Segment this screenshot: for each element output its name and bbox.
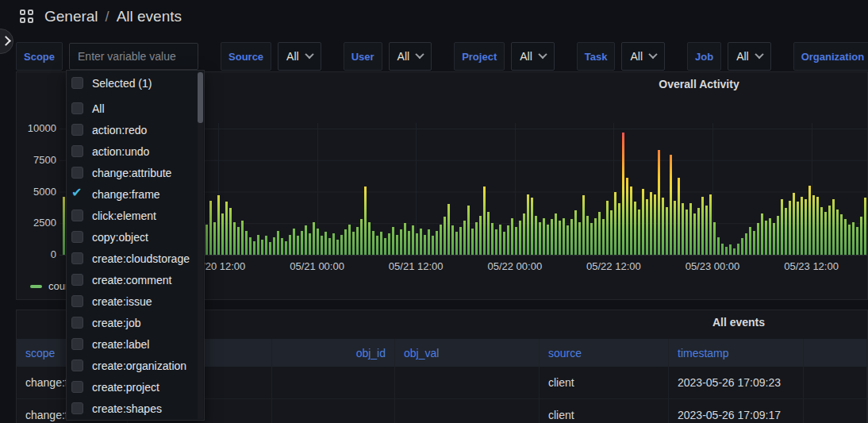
filter-value-task[interactable]: All: [621, 42, 665, 71]
svg-text:05/22 00:00: 05/22 00:00: [487, 260, 542, 272]
checkbox-icon: [71, 360, 83, 371]
filter-label-job: Job: [687, 42, 721, 71]
svg-text:05/23 12:00: 05/23 12:00: [784, 260, 839, 272]
dropdown-option-create-job[interactable]: create:job: [67, 312, 204, 333]
column-header-obj_id[interactable]: obj_id: [272, 339, 395, 367]
dropdown-option-click-element[interactable]: click:element: [67, 205, 204, 226]
dropdown-option-label: copy:object: [92, 231, 148, 244]
checkbox-icon: [71, 231, 83, 243]
filter-label-task: Task: [577, 42, 616, 71]
dropdown-option-copy-object[interactable]: copy:object: [67, 226, 204, 248]
dropdown-option-create-comment[interactable]: create:comment: [67, 269, 204, 290]
svg-text:7500: 7500: [33, 154, 56, 166]
dropdown-option-label: Selected (1): [92, 77, 152, 90]
dropdown-option-change-frame[interactable]: change:frame: [67, 183, 204, 205]
checkbox-icon: [71, 338, 83, 350]
dropdown-option-label: create:cloudstorage: [92, 252, 190, 265]
dropdown-option-create-cloudstorage[interactable]: create:cloudstorage: [67, 248, 204, 269]
checkbox-icon: [71, 274, 83, 286]
checkbox-icon: [71, 77, 83, 89]
dropdown-option-change-attribute[interactable]: change:attribute: [67, 162, 204, 183]
chevron-down-icon: [648, 49, 657, 58]
checkbox-icon: [71, 381, 83, 393]
checkbox-icon: [71, 167, 83, 179]
dropdown-option-label: create:comment: [92, 274, 171, 286]
dropdown-option-label: action:redo: [92, 124, 147, 137]
filter-value-source[interactable]: All: [278, 42, 321, 71]
column-header-source[interactable]: source: [540, 339, 669, 367]
breadcrumb-dashboard-title[interactable]: All events: [117, 8, 182, 25]
svg-text:05/23 00:00: 05/23 00:00: [686, 260, 740, 272]
filter-group-project: ProjectAll: [454, 42, 555, 71]
dropdown-option-label: change:frame: [92, 188, 160, 201]
dropdown-option-label: create:issue: [92, 295, 152, 308]
dropdown-option-label: create:label: [92, 338, 149, 351]
filter-label-user: User: [344, 42, 382, 71]
dropdown-option-list: Selected (1)Allaction:redoaction:undocha…: [67, 72, 204, 419]
checkbox-icon: [71, 145, 83, 157]
checkbox-icon: [71, 402, 83, 414]
cell-source: client: [540, 399, 669, 423]
filter-group-job: JobAll: [687, 42, 771, 71]
filter-group-organization: OrganizationAll: [793, 42, 868, 71]
column-header-empty: [804, 339, 867, 367]
cell-source: client: [540, 367, 669, 398]
dropdown-option-label: create:shapes: [92, 402, 162, 415]
legend-swatch-count: [30, 285, 42, 288]
column-header-obj_val[interactable]: obj_val: [395, 339, 540, 367]
scope-variable-input[interactable]: [69, 43, 198, 70]
column-header-timestamp[interactable]: timestamp: [669, 339, 804, 367]
dropdown-option-selected-1-[interactable]: Selected (1): [67, 72, 204, 94]
dropdown-option-all[interactable]: All: [67, 98, 204, 119]
dropdown-option-create-label[interactable]: create:label: [67, 333, 204, 355]
cell-timestamp: 2023-05-26 17:09:23: [669, 367, 804, 398]
dropdown-option-label: action:undo: [92, 145, 149, 158]
svg-text:05/22 12:00: 05/22 12:00: [586, 260, 641, 272]
dropdown-option-label: create:project: [92, 381, 159, 394]
variables-bar: Scope SourceAllUserAllProjectAllTaskAllJ…: [16, 42, 868, 71]
breadcrumb-folder[interactable]: General: [44, 8, 98, 25]
svg-text:0: 0: [51, 248, 56, 260]
chevron-right-icon: [1, 36, 11, 46]
cell-obj_val: [395, 367, 540, 398]
dashboard-page: General / All events Scope SourceAllUser…: [0, 0, 868, 423]
checkbox-icon: [71, 124, 83, 136]
filter-selected-value: All: [398, 50, 410, 63]
svg-text:05/21 12:00: 05/21 12:00: [389, 260, 444, 272]
svg-text:05/21 00:00: 05/21 00:00: [290, 260, 344, 272]
dropdown-option-action-undo[interactable]: action:undo: [67, 140, 204, 162]
dropdown-option-create-issue[interactable]: create:issue: [67, 290, 204, 312]
apps-grid-icon: [20, 10, 34, 24]
filter-group-user: UserAll: [344, 42, 432, 71]
dropdown-option-create-organization[interactable]: create:organization: [67, 355, 204, 376]
chevron-down-icon: [415, 49, 424, 58]
chevron-down-icon: [755, 49, 763, 58]
svg-text:5000: 5000: [33, 186, 56, 198]
dropdown-option-label: click:element: [92, 210, 156, 222]
filter-label-project: Project: [454, 42, 505, 71]
filter-group-task: TaskAll: [577, 42, 665, 71]
filter-value-job[interactable]: All: [728, 42, 771, 71]
checkbox-icon: [71, 295, 83, 307]
dropdown-option-action-redo[interactable]: action:redo: [67, 119, 204, 140]
checkbox-icon: [71, 102, 83, 114]
dropdown-scrollbar-thumb[interactable]: [198, 72, 203, 123]
cell-timestamp: 2023-05-26 17:09:17: [669, 399, 804, 423]
svg-text:10000: 10000: [28, 122, 56, 134]
filter-selected-value: All: [630, 50, 643, 63]
cell-obj_val: [395, 399, 540, 423]
filter-selected-value: All: [520, 50, 532, 63]
cell-empty: [804, 367, 867, 398]
dropdown-option-label: create:organization: [92, 360, 186, 372]
filter-selected-value: All: [736, 50, 749, 63]
dropdown-option-create-project[interactable]: create:project: [67, 376, 204, 398]
breadcrumb-separator: /: [106, 9, 109, 25]
cell-empty: [804, 399, 867, 423]
filter-value-user[interactable]: All: [389, 42, 432, 71]
dropdown-option-create-shapes[interactable]: create:shapes: [67, 398, 204, 419]
checkbox-icon: [71, 317, 83, 329]
checkbox-icon: [71, 210, 83, 221]
filter-label-source: Source: [221, 42, 271, 71]
dropdown-option-label: change:attribute: [92, 167, 171, 179]
filter-value-project[interactable]: All: [511, 42, 555, 71]
